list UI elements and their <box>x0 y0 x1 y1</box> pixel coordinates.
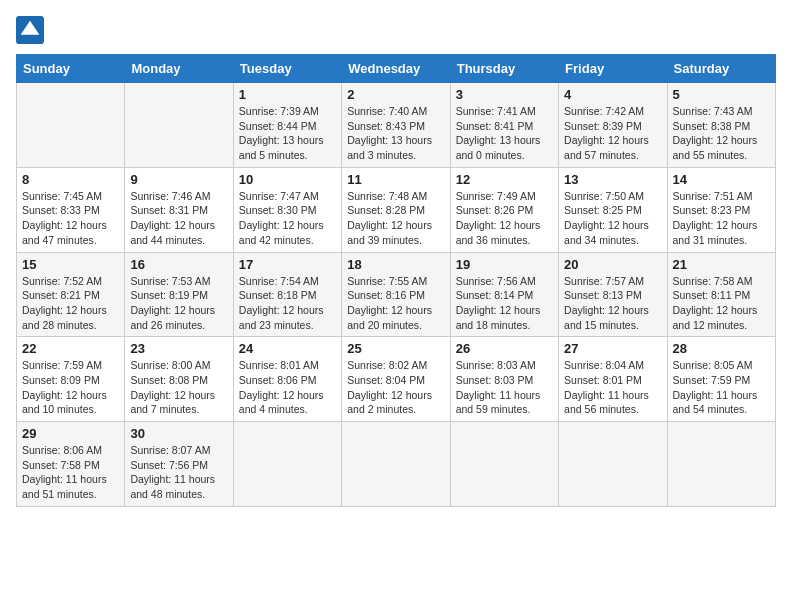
day-info: Sunrise: 8:01 AM Sunset: 8:06 PM Dayligh… <box>239 358 336 417</box>
day-number: 29 <box>22 426 119 441</box>
day-number: 21 <box>673 257 770 272</box>
calendar-cell: 12Sunrise: 7:49 AM Sunset: 8:26 PM Dayli… <box>450 167 558 252</box>
day-info: Sunrise: 7:57 AM Sunset: 8:13 PM Dayligh… <box>564 274 661 333</box>
page-header <box>16 16 776 44</box>
day-info: Sunrise: 8:07 AM Sunset: 7:56 PM Dayligh… <box>130 443 227 502</box>
day-info: Sunrise: 7:52 AM Sunset: 8:21 PM Dayligh… <box>22 274 119 333</box>
day-number: 26 <box>456 341 553 356</box>
day-number: 9 <box>130 172 227 187</box>
calendar-table: SundayMondayTuesdayWednesdayThursdayFrid… <box>16 54 776 507</box>
day-number: 27 <box>564 341 661 356</box>
day-of-week-header: Sunday <box>17 55 125 83</box>
day-info: Sunrise: 7:54 AM Sunset: 8:18 PM Dayligh… <box>239 274 336 333</box>
calendar-cell: 20Sunrise: 7:57 AM Sunset: 8:13 PM Dayli… <box>559 252 667 337</box>
day-info: Sunrise: 8:00 AM Sunset: 8:08 PM Dayligh… <box>130 358 227 417</box>
calendar-week-row: 1Sunrise: 7:39 AM Sunset: 8:44 PM Daylig… <box>17 83 776 168</box>
calendar-week-row: 29Sunrise: 8:06 AM Sunset: 7:58 PM Dayli… <box>17 422 776 507</box>
day-info: Sunrise: 7:40 AM Sunset: 8:43 PM Dayligh… <box>347 104 444 163</box>
calendar-cell: 26Sunrise: 8:03 AM Sunset: 8:03 PM Dayli… <box>450 337 558 422</box>
day-number: 22 <box>22 341 119 356</box>
day-number: 5 <box>673 87 770 102</box>
calendar-cell: 5Sunrise: 7:43 AM Sunset: 8:38 PM Daylig… <box>667 83 775 168</box>
day-number: 30 <box>130 426 227 441</box>
day-info: Sunrise: 7:48 AM Sunset: 8:28 PM Dayligh… <box>347 189 444 248</box>
day-info: Sunrise: 7:45 AM Sunset: 8:33 PM Dayligh… <box>22 189 119 248</box>
day-of-week-header: Thursday <box>450 55 558 83</box>
day-number: 18 <box>347 257 444 272</box>
day-number: 19 <box>456 257 553 272</box>
day-number: 23 <box>130 341 227 356</box>
calendar-cell: 4Sunrise: 7:42 AM Sunset: 8:39 PM Daylig… <box>559 83 667 168</box>
day-info: Sunrise: 7:56 AM Sunset: 8:14 PM Dayligh… <box>456 274 553 333</box>
day-number: 13 <box>564 172 661 187</box>
calendar-week-row: 22Sunrise: 7:59 AM Sunset: 8:09 PM Dayli… <box>17 337 776 422</box>
calendar-cell: 2Sunrise: 7:40 AM Sunset: 8:43 PM Daylig… <box>342 83 450 168</box>
calendar-cell: 15Sunrise: 7:52 AM Sunset: 8:21 PM Dayli… <box>17 252 125 337</box>
calendar-cell <box>17 83 125 168</box>
calendar-cell: 16Sunrise: 7:53 AM Sunset: 8:19 PM Dayli… <box>125 252 233 337</box>
day-info: Sunrise: 7:49 AM Sunset: 8:26 PM Dayligh… <box>456 189 553 248</box>
logo <box>16 16 48 44</box>
calendar-cell: 27Sunrise: 8:04 AM Sunset: 8:01 PM Dayli… <box>559 337 667 422</box>
calendar-week-row: 8Sunrise: 7:45 AM Sunset: 8:33 PM Daylig… <box>17 167 776 252</box>
day-number: 16 <box>130 257 227 272</box>
day-number: 28 <box>673 341 770 356</box>
day-info: Sunrise: 7:47 AM Sunset: 8:30 PM Dayligh… <box>239 189 336 248</box>
calendar-cell <box>342 422 450 507</box>
day-info: Sunrise: 7:41 AM Sunset: 8:41 PM Dayligh… <box>456 104 553 163</box>
day-info: Sunrise: 8:02 AM Sunset: 8:04 PM Dayligh… <box>347 358 444 417</box>
day-number: 20 <box>564 257 661 272</box>
calendar-cell: 18Sunrise: 7:55 AM Sunset: 8:16 PM Dayli… <box>342 252 450 337</box>
calendar-cell: 9Sunrise: 7:46 AM Sunset: 8:31 PM Daylig… <box>125 167 233 252</box>
day-of-week-header: Monday <box>125 55 233 83</box>
day-of-week-header: Saturday <box>667 55 775 83</box>
calendar-cell: 1Sunrise: 7:39 AM Sunset: 8:44 PM Daylig… <box>233 83 341 168</box>
day-number: 2 <box>347 87 444 102</box>
day-info: Sunrise: 7:51 AM Sunset: 8:23 PM Dayligh… <box>673 189 770 248</box>
day-number: 14 <box>673 172 770 187</box>
day-number: 4 <box>564 87 661 102</box>
calendar-cell <box>667 422 775 507</box>
day-info: Sunrise: 7:50 AM Sunset: 8:25 PM Dayligh… <box>564 189 661 248</box>
calendar-header-row: SundayMondayTuesdayWednesdayThursdayFrid… <box>17 55 776 83</box>
day-number: 12 <box>456 172 553 187</box>
calendar-cell: 13Sunrise: 7:50 AM Sunset: 8:25 PM Dayli… <box>559 167 667 252</box>
day-number: 10 <box>239 172 336 187</box>
day-number: 8 <box>22 172 119 187</box>
calendar-cell: 24Sunrise: 8:01 AM Sunset: 8:06 PM Dayli… <box>233 337 341 422</box>
day-of-week-header: Tuesday <box>233 55 341 83</box>
calendar-cell: 25Sunrise: 8:02 AM Sunset: 8:04 PM Dayli… <box>342 337 450 422</box>
calendar-cell: 10Sunrise: 7:47 AM Sunset: 8:30 PM Dayli… <box>233 167 341 252</box>
calendar-cell <box>233 422 341 507</box>
day-info: Sunrise: 7:59 AM Sunset: 8:09 PM Dayligh… <box>22 358 119 417</box>
day-number: 17 <box>239 257 336 272</box>
calendar-body: 1Sunrise: 7:39 AM Sunset: 8:44 PM Daylig… <box>17 83 776 507</box>
calendar-cell <box>125 83 233 168</box>
calendar-cell: 3Sunrise: 7:41 AM Sunset: 8:41 PM Daylig… <box>450 83 558 168</box>
day-info: Sunrise: 7:46 AM Sunset: 8:31 PM Dayligh… <box>130 189 227 248</box>
day-info: Sunrise: 8:03 AM Sunset: 8:03 PM Dayligh… <box>456 358 553 417</box>
logo-icon <box>16 16 44 44</box>
calendar-cell: 21Sunrise: 7:58 AM Sunset: 8:11 PM Dayli… <box>667 252 775 337</box>
calendar-cell: 17Sunrise: 7:54 AM Sunset: 8:18 PM Dayli… <box>233 252 341 337</box>
day-number: 25 <box>347 341 444 356</box>
day-number: 15 <box>22 257 119 272</box>
day-info: Sunrise: 7:42 AM Sunset: 8:39 PM Dayligh… <box>564 104 661 163</box>
calendar-cell: 29Sunrise: 8:06 AM Sunset: 7:58 PM Dayli… <box>17 422 125 507</box>
day-of-week-header: Friday <box>559 55 667 83</box>
day-info: Sunrise: 7:53 AM Sunset: 8:19 PM Dayligh… <box>130 274 227 333</box>
calendar-cell: 19Sunrise: 7:56 AM Sunset: 8:14 PM Dayli… <box>450 252 558 337</box>
day-info: Sunrise: 7:55 AM Sunset: 8:16 PM Dayligh… <box>347 274 444 333</box>
day-number: 3 <box>456 87 553 102</box>
day-number: 1 <box>239 87 336 102</box>
day-info: Sunrise: 8:04 AM Sunset: 8:01 PM Dayligh… <box>564 358 661 417</box>
calendar-cell: 11Sunrise: 7:48 AM Sunset: 8:28 PM Dayli… <box>342 167 450 252</box>
calendar-cell <box>559 422 667 507</box>
day-number: 24 <box>239 341 336 356</box>
day-info: Sunrise: 8:05 AM Sunset: 7:59 PM Dayligh… <box>673 358 770 417</box>
day-info: Sunrise: 8:06 AM Sunset: 7:58 PM Dayligh… <box>22 443 119 502</box>
day-info: Sunrise: 7:58 AM Sunset: 8:11 PM Dayligh… <box>673 274 770 333</box>
calendar-cell: 8Sunrise: 7:45 AM Sunset: 8:33 PM Daylig… <box>17 167 125 252</box>
calendar-cell: 30Sunrise: 8:07 AM Sunset: 7:56 PM Dayli… <box>125 422 233 507</box>
calendar-week-row: 15Sunrise: 7:52 AM Sunset: 8:21 PM Dayli… <box>17 252 776 337</box>
